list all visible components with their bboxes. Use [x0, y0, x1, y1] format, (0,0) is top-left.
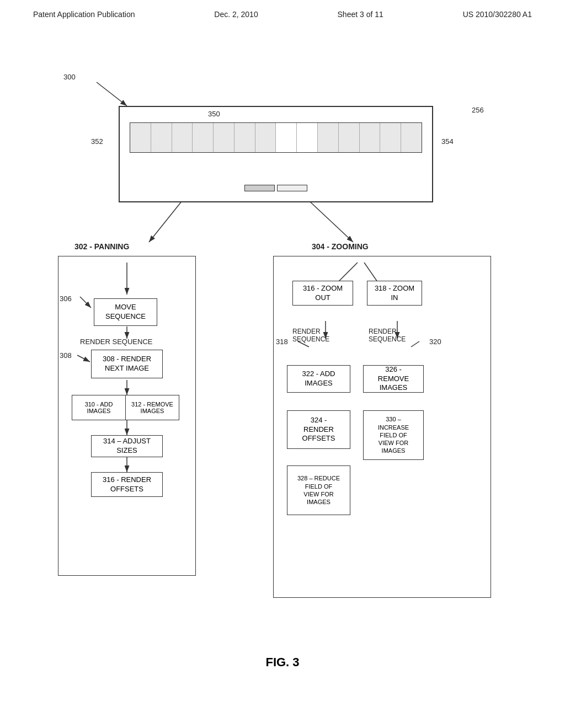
move-sequence-box: MOVE SEQUENCE — [94, 298, 157, 326]
box-310: 310 - ADD IMAGES — [72, 395, 126, 420]
svg-line-1 — [97, 82, 127, 106]
box-308: 308 - RENDER NEXT IMAGE — [91, 350, 163, 378]
ref-350: 350 — [208, 110, 220, 118]
ref-308-label: 308 — [60, 351, 72, 360]
ref-300: 300 — [63, 73, 76, 81]
fig-label: FIG. 3 — [0, 650, 565, 670]
ref-256: 256 — [472, 106, 484, 114]
header-sheet: Sheet 3 of 11 — [338, 10, 383, 19]
box-318-zoom: 318 - ZOOM IN — [367, 281, 422, 306]
box-312: 312 - REMOVE IMAGES — [126, 395, 179, 420]
svg-line-2 — [149, 201, 182, 242]
ref-302: 302 - PANNING — [74, 242, 129, 251]
page-header: Patent Application Publication Dec. 2, 2… — [0, 0, 565, 24]
ref-306: 306 — [60, 295, 72, 303]
render-seq-right2-label: RENDERSEQUENCE — [369, 328, 406, 343]
diagram-area: 300 256 350 — [0, 24, 565, 686]
ref-320: 320 — [429, 338, 441, 346]
box-330: 330 – INCREASE FIELD OF VIEW FOR IMAGES — [363, 410, 424, 460]
header-left: Patent Application Publication — [33, 10, 135, 19]
ref-354: 354 — [441, 137, 454, 146]
box-322: 322 - ADD IMAGES — [287, 365, 350, 393]
ref-304: 304 - ZOOMING — [312, 242, 369, 251]
display-box-256: 350 — [119, 106, 433, 202]
box-324: 324 - RENDER OFFSETS — [287, 410, 350, 449]
box-316-left: 316 - RENDER OFFSETS — [91, 472, 163, 497]
ref-352: 352 — [91, 137, 103, 146]
box-314: 314 – ADJUST SIZES — [91, 435, 163, 457]
render-seq-left-label: RENDER SEQUENCE — [80, 338, 152, 346]
svg-line-3 — [309, 201, 353, 242]
box-326: 326 - REMOVE IMAGES — [363, 365, 424, 393]
render-seq-right1-label: RENDERSEQUENCE — [292, 328, 329, 343]
box-316-zoom: 316 - ZOOM OUT — [292, 281, 353, 306]
ref-318-label: 318 — [276, 338, 288, 346]
header-right: US 2010/302280 A1 — [463, 10, 532, 19]
box-310-312: 310 - ADD IMAGES 312 - REMOVE IMAGES — [72, 395, 179, 420]
box-328: 328 – REDUCE FIELD OF VIEW FOR IMAGES — [287, 465, 350, 515]
header-center: Dec. 2, 2010 — [214, 10, 258, 19]
